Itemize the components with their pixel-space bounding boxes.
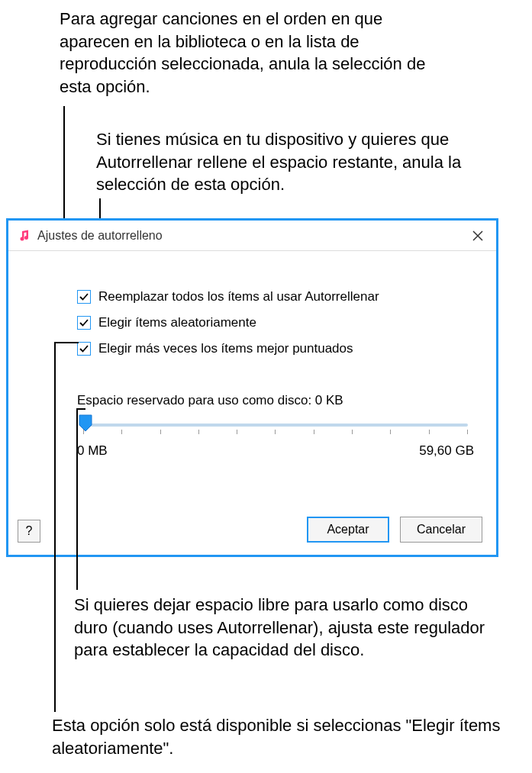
slider-ticks: [83, 430, 468, 434]
autofill-settings-dialog: Ajustes de autorrelleno Reemplazar todos…: [6, 218, 498, 557]
ok-button[interactable]: Aceptar: [307, 517, 389, 543]
callout-text-slider: Si quieres dejar espacio libre para usar…: [74, 594, 501, 662]
dialog-button-row: Aceptar Cancelar: [307, 517, 482, 543]
close-button[interactable]: [469, 227, 487, 245]
slider-min-label: 0 MB: [77, 443, 108, 459]
close-icon: [472, 230, 484, 242]
reserved-space-section: Espacio reservado para uso como disco: 0…: [77, 393, 473, 459]
callout-line: [54, 342, 56, 712]
slider-label: Espacio reservado para uso como disco: 0…: [77, 393, 473, 408]
checkbox-row-replace: Reemplazar todos los ítems al usar Autor…: [77, 289, 473, 304]
checkmark-icon: [79, 318, 89, 327]
slider-max-label: 59,60 GB: [419, 443, 474, 459]
checkmark-icon: [79, 292, 89, 301]
checkbox-label-random: Elegir ítems aleatoriamente: [98, 315, 256, 330]
dialog-title-text: Ajustes de autorrelleno: [37, 229, 163, 243]
callout-text-availability: Esta opción solo está disponible si sele…: [52, 714, 502, 759]
callout-text-fill-remaining: Si tienes música en tu dispositivo y qui…: [96, 128, 527, 196]
reserved-space-slider[interactable]: [77, 416, 474, 434]
callout-line: [76, 408, 78, 590]
slider-range-labels: 0 MB 59,60 GB: [77, 443, 474, 459]
slider-track-line: [83, 424, 468, 427]
help-button[interactable]: ?: [18, 520, 40, 543]
checkbox-row-higher-rated: Elegir más veces los ítems mejor puntuad…: [77, 341, 473, 356]
checkbox-replace-all[interactable]: [77, 290, 91, 304]
callout-text-order: Para agregar canciones en el orden en qu…: [60, 8, 456, 98]
checkbox-higher-rated[interactable]: [77, 342, 91, 356]
checkmark-icon: [79, 344, 89, 353]
checkbox-random[interactable]: [77, 316, 91, 330]
cancel-button[interactable]: Cancelar: [400, 517, 482, 543]
slider-thumb-icon: [79, 414, 92, 433]
checkbox-label-higher-rated: Elegir más veces los ítems mejor puntuad…: [98, 341, 353, 356]
music-app-icon: [18, 229, 31, 243]
callout-line: [76, 408, 85, 410]
callout-line: [54, 342, 79, 343]
slider-thumb[interactable]: [79, 414, 92, 433]
checkbox-row-random: Elegir ítems aleatoriamente: [77, 315, 473, 330]
dialog-body: Reemplazar todos los ítems al usar Autor…: [8, 251, 496, 555]
dialog-titlebar: Ajustes de autorrelleno: [8, 221, 496, 251]
checkbox-label-replace: Reemplazar todos los ítems al usar Autor…: [98, 289, 379, 304]
